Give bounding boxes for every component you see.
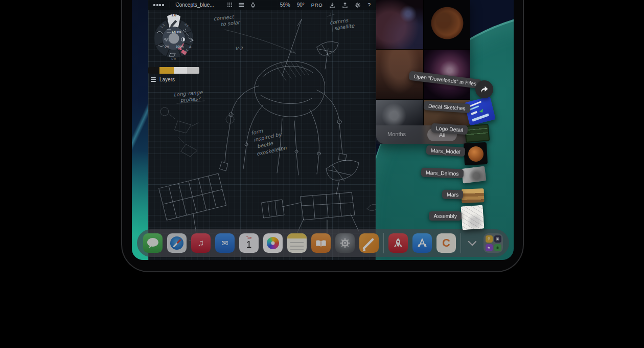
- segment-months[interactable]: Months: [387, 131, 406, 137]
- drag-thumb-logo-detail[interactable]: [465, 124, 490, 143]
- drag-label: Mars: [442, 190, 464, 200]
- app-library-mini-star: ★: [486, 244, 493, 251]
- drag-thumb-assembly[interactable]: [461, 205, 484, 230]
- tool-wheel[interactable]: 1.6 A: [151, 9, 196, 64]
- document-title[interactable]: Concepts_blue...: [176, 2, 214, 8]
- open-book-icon: [315, 240, 327, 247]
- pen-nib-icon[interactable]: [250, 2, 256, 8]
- calendar-day: 1: [246, 240, 252, 249]
- ipad-device-frame: connect to solar comms satellite V-2 Lon…: [121, 0, 524, 272]
- photos-grid: [376, 0, 470, 144]
- pen-icon: [359, 233, 379, 253]
- gear-icon: [339, 237, 351, 249]
- dock-app-books[interactable]: [311, 233, 331, 253]
- dock-divider: [461, 233, 461, 253]
- wallpaper-left-sliver: [132, 0, 149, 260]
- toolbar-divider: [170, 2, 170, 8]
- dock-app-photos[interactable]: [263, 233, 283, 253]
- c-app-letter: C: [442, 236, 450, 250]
- drag-thumb-mars[interactable]: [462, 188, 485, 203]
- photo-horsehead-nebula[interactable]: [376, 0, 423, 49]
- share-forward-button[interactable]: [475, 80, 493, 98]
- dock-app-c[interactable]: C: [436, 233, 456, 253]
- dock-app-drawing[interactable]: [359, 233, 379, 253]
- wheel-center-knob[interactable]: [169, 33, 179, 44]
- ipad-screen: connect to solar comms satellite V-2 Lon…: [132, 0, 514, 260]
- photos-flower-icon: [267, 237, 279, 249]
- dock-collapse-chevron[interactable]: [466, 233, 479, 253]
- dock-app-appstore[interactable]: [412, 233, 432, 253]
- concepts-toolbar: Concepts_blue... 59% 90° PRO: [148, 0, 376, 10]
- envelope-icon: ✉: [221, 238, 228, 248]
- annotation-form: form: [250, 128, 263, 136]
- dock-app-settings[interactable]: [335, 233, 355, 253]
- concepts-canvas[interactable]: connect to solar comms satellite V-2 Lon…: [148, 0, 376, 260]
- layers-menu-icon: [151, 77, 156, 82]
- stage: connect to solar comms satellite V-2 Lon…: [0, 0, 644, 348]
- swatch-gray[interactable]: [187, 67, 199, 74]
- annotation-v2: V-2: [235, 46, 243, 51]
- swatch-gold[interactable]: [159, 67, 174, 74]
- text-tool-icon[interactable]: A: [189, 45, 192, 49]
- export-share-icon[interactable]: [342, 2, 348, 8]
- drag-thumb-mars-model[interactable]: [464, 142, 488, 165]
- layer-stack-icon[interactable]: [238, 2, 244, 8]
- drag-label: Assembly: [429, 211, 462, 221]
- chevron-down-icon: [468, 240, 477, 246]
- opacity-min: 0%: [165, 45, 169, 48]
- swatch-lightgray[interactable]: [174, 67, 187, 74]
- zoom-level[interactable]: 59%: [280, 2, 290, 8]
- dock-app-rocket[interactable]: [388, 233, 408, 253]
- active-tool-value: 1.6: [171, 13, 176, 17]
- rocket-icon: [392, 236, 405, 250]
- photo-mars-planet[interactable]: [424, 0, 470, 49]
- dock-app-music[interactable]: ♫: [191, 233, 211, 253]
- photos-window: Months All: [376, 0, 470, 144]
- rotation-value[interactable]: 90°: [297, 2, 305, 8]
- import-icon[interactable]: [329, 2, 335, 8]
- dot-grid-icon[interactable]: [227, 2, 233, 8]
- help-button[interactable]: ?: [367, 2, 371, 8]
- forward-arrow-icon: [480, 85, 489, 93]
- dock-app-notes[interactable]: [287, 233, 307, 253]
- swatch-black[interactable]: [148, 67, 159, 74]
- annotation-probes: probes?: [180, 96, 201, 104]
- dock-app-messages[interactable]: [143, 233, 163, 253]
- dock-app-safari[interactable]: [167, 233, 187, 253]
- drag-label: Mars_Deimos: [421, 168, 464, 179]
- ring-value-4: 6.3: [171, 57, 176, 60]
- app-grid-icon[interactable]: [153, 4, 164, 6]
- dock-app-mail[interactable]: ✉: [215, 233, 235, 253]
- dock-app-library[interactable]: ⚲ ▣ ★ ◉: [484, 233, 503, 253]
- appstore-icon: [415, 235, 430, 251]
- pro-badge[interactable]: PRO: [311, 2, 323, 8]
- app-library-mini-yellow: ⚲: [486, 235, 493, 243]
- settings-gear-icon[interactable]: [355, 2, 361, 8]
- dock: ♫ ✉ Tue 1: [137, 229, 509, 257]
- dock-app-calendar[interactable]: Tue 1: [239, 233, 259, 253]
- layers-button[interactable]: Layers: [151, 77, 175, 82]
- color-swatch-strip[interactable]: [148, 67, 199, 74]
- music-note-icon: ♫: [198, 238, 204, 248]
- layers-label: Layers: [159, 77, 175, 82]
- dock-divider: [383, 233, 384, 253]
- drag-thumb-mars-deimos[interactable]: [461, 166, 486, 183]
- app-library-mini-green: ◉: [494, 244, 501, 251]
- stroke-size-value: 1.6 pts: [171, 30, 181, 33]
- swatch-selected-dot: [175, 3, 177, 5]
- app-library-mini-camera: ▣: [494, 235, 501, 243]
- opacity-max: 100%: [176, 45, 184, 48]
